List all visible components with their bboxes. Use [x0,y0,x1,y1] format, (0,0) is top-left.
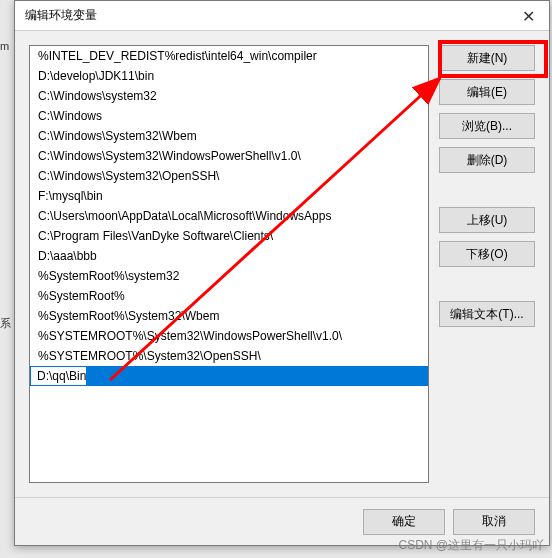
spacer [439,181,535,199]
list-item[interactable]: %INTEL_DEV_REDIST%redist\intel64_win\com… [30,46,428,66]
edit-input-value: D:\qq\Bin [31,367,86,385]
ok-button[interactable]: 确定 [363,509,445,535]
list-item[interactable]: C:\Windows\System32\WindowsPowerShell\v1… [30,146,428,166]
env-var-dialog: 编辑环境变量 ✕ %INTEL_DEV_REDIST%redist\intel6… [14,0,550,546]
list-item[interactable]: C:\Windows\system32 [30,86,428,106]
list-item[interactable]: C:\Windows\System32\OpenSSH\ [30,166,428,186]
list-item[interactable]: C:\Windows [30,106,428,126]
delete-button[interactable]: 删除(D) [439,147,535,173]
path-listbox[interactable]: %INTEL_DEV_REDIST%redist\intel64_win\com… [29,45,429,483]
watermark: CSDN @这里有一只小玛吖 [398,537,544,554]
list-item[interactable]: D:\develop\JDK11\bin [30,66,428,86]
close-icon: ✕ [522,7,535,26]
edit-text-button[interactable]: 编辑文本(T)... [439,301,535,327]
list-item[interactable]: C:\Program Files\VanDyke Software\Client… [30,226,428,246]
background-label-s: 系 [0,316,14,331]
list-item-editing[interactable]: D:\qq\Bin [30,366,428,386]
dialog-content: %INTEL_DEV_REDIST%redist\intel64_win\com… [15,31,549,497]
list-item[interactable]: D:\aaa\bbb [30,246,428,266]
titlebar: 编辑环境变量 ✕ [15,1,549,31]
list-item[interactable]: F:\mysql\bin [30,186,428,206]
cancel-button[interactable]: 取消 [453,509,535,535]
browse-button[interactable]: 浏览(B)... [439,113,535,139]
dialog-title: 编辑环境变量 [25,7,97,24]
edit-input-selection [86,367,427,385]
list-item[interactable]: %SystemRoot%\System32\Wbem [30,306,428,326]
move-down-button[interactable]: 下移(O) [439,241,535,267]
edit-button[interactable]: 编辑(E) [439,79,535,105]
new-button[interactable]: 新建(N) [439,45,535,71]
list-item[interactable]: %SystemRoot% [30,286,428,306]
list-item[interactable]: %SystemRoot%\system32 [30,266,428,286]
edit-input[interactable]: D:\qq\Bin [30,366,428,386]
spacer [439,275,535,293]
close-button[interactable]: ✕ [507,1,549,31]
list-item[interactable]: C:\Windows\System32\Wbem [30,126,428,146]
list-item[interactable]: C:\Users\moon\AppData\Local\Microsoft\Wi… [30,206,428,226]
move-up-button[interactable]: 上移(U) [439,207,535,233]
button-column: 新建(N) 编辑(E) 浏览(B)... 删除(D) 上移(U) 下移(O) 编… [439,45,535,483]
list-item[interactable]: %SYSTEMROOT%\System32\OpenSSH\ [30,346,428,366]
background-label-m: m [0,40,14,52]
list-item[interactable]: %SYSTEMROOT%\System32\WindowsPowerShell\… [30,326,428,346]
